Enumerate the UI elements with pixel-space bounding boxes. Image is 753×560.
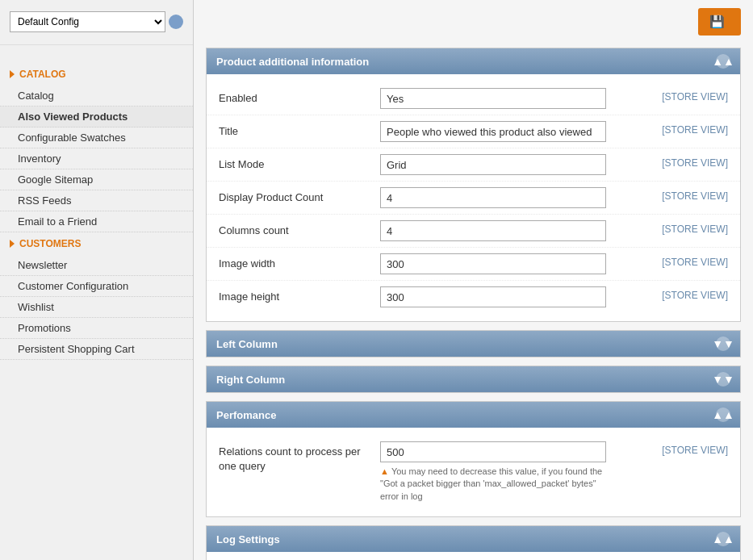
field-label: Relations count to process per one query xyxy=(219,441,380,474)
sidebar-section-catalog[interactable]: CATALOG xyxy=(0,63,193,86)
collapse-icon-performance: ▲ xyxy=(716,407,730,422)
scope-badge: [STORE VIEW] xyxy=(662,121,728,136)
scope-badge: [STORE VIEW] xyxy=(662,154,728,169)
field-input-performance-0[interactable] xyxy=(380,441,606,462)
scope-badge: [STORE VIEW] xyxy=(662,220,728,235)
form-row: Columns count[STORE VIEW] xyxy=(207,215,740,248)
field-label: Image width xyxy=(219,253,380,271)
sidebar-item-catalog[interactable]: Catalog xyxy=(0,86,193,107)
sidebar-title xyxy=(0,45,193,63)
field-label: Title xyxy=(219,121,380,139)
section-title-log-settings: Log Settings xyxy=(216,533,280,545)
section-title-right-column: Right Column xyxy=(216,374,285,386)
field-note: ▲You may need to decrease this value, if… xyxy=(380,466,606,503)
main-content: 💾 Product additional information ▲ Enabl… xyxy=(194,0,753,560)
sidebar: Default Config CATALOGCatalogAlso Viewed… xyxy=(0,0,194,560)
field-input-product-additional-5[interactable] xyxy=(380,253,606,274)
collapse-icon-product-additional: ▲ xyxy=(716,54,730,69)
form-row: Image width[STORE VIEW] xyxy=(207,248,740,281)
sidebar-item-also-viewed[interactable]: Also Viewed Products xyxy=(0,107,193,127)
field-wrapper: ▲You may need to decrease this value, if… xyxy=(380,441,654,503)
section-title-left-column: Left Column xyxy=(216,338,278,350)
section-header-right-column[interactable]: Right Column ▼ xyxy=(207,366,740,392)
sidebar-item-newsletter[interactable]: Newsletter xyxy=(0,255,193,276)
scope-badge: [STORE VIEW] xyxy=(662,441,728,456)
field-wrapper xyxy=(380,121,654,142)
field-wrapper xyxy=(380,220,654,241)
section-performance: Perfomance ▲ Relations count to process … xyxy=(206,401,741,517)
sidebar-item-wishlist[interactable]: Wishlist xyxy=(0,297,193,318)
sidebar-item-email-friend[interactable]: Email to a Friend xyxy=(0,211,193,232)
field-label: Columns count xyxy=(219,220,380,238)
form-row: Display Product Count[STORE VIEW] xyxy=(207,182,740,215)
section-header-performance[interactable]: Perfomance ▲ xyxy=(207,402,740,428)
form-row: Enabled[STORE VIEW] xyxy=(207,82,740,115)
section-body-log-settings: Ignore crawlers[GLOBAL]Crawler's user ag… xyxy=(207,552,740,560)
section-header-product-additional[interactable]: Product additional information ▲ xyxy=(207,48,740,74)
form-row: List Mode[STORE VIEW] xyxy=(207,148,740,182)
section-title-product-additional: Product additional information xyxy=(216,56,369,68)
scope-select[interactable]: Default Config xyxy=(10,11,165,32)
warning-icon: ▲ xyxy=(380,466,389,476)
sidebar-section-customers[interactable]: CUSTOMERS xyxy=(0,232,193,255)
field-label: Image height xyxy=(219,286,380,304)
field-wrapper xyxy=(380,88,654,109)
field-wrapper xyxy=(380,154,654,175)
section-right-column: Right Column ▼ xyxy=(206,366,741,393)
field-wrapper xyxy=(380,286,654,307)
collapse-icon-left-column: ▼ xyxy=(716,336,730,351)
section-product-additional: Product additional information ▲ Enabled… xyxy=(206,48,741,322)
section-header-log-settings[interactable]: Log Settings ▲ xyxy=(207,526,740,552)
field-label: Display Product Count xyxy=(219,187,380,205)
field-input-product-additional-6[interactable] xyxy=(380,286,606,307)
help-icon[interactable] xyxy=(169,15,183,29)
sidebar-item-promotions[interactable]: Promotions xyxy=(0,318,193,339)
collapse-icon-log-settings: ▲ xyxy=(716,532,730,546)
scope-badge: [STORE VIEW] xyxy=(662,88,728,102)
sidebar-item-inventory[interactable]: Inventory xyxy=(0,148,193,169)
collapse-icon-right-column: ▼ xyxy=(716,372,730,387)
field-wrapper xyxy=(380,187,654,208)
scope-badge: [STORE VIEW] xyxy=(662,253,728,268)
sidebar-item-configurable-swatches[interactable]: Configurable Swatches xyxy=(0,127,193,148)
arrow-icon xyxy=(10,70,15,78)
section-log-settings: Log Settings ▲ Ignore crawlers[GLOBAL]Cr… xyxy=(206,525,741,560)
section-header-left-column[interactable]: Left Column ▼ xyxy=(207,331,740,357)
sidebar-item-google-sitemap[interactable]: Google Sitemap xyxy=(0,169,193,190)
sidebar-item-customer-config[interactable]: Customer Configuration xyxy=(0,276,193,297)
section-body-performance: Relations count to process per one query… xyxy=(207,428,740,516)
field-input-product-additional-4[interactable] xyxy=(380,220,606,241)
field-label: Enabled xyxy=(219,88,380,106)
main-topbar: 💾 xyxy=(206,8,741,36)
section-left-column: Left Column ▼ xyxy=(206,330,741,357)
field-input-product-additional-3[interactable] xyxy=(380,187,606,208)
save-config-button[interactable]: 💾 xyxy=(698,8,741,36)
sidebar-item-rss-feeds[interactable]: RSS Feeds xyxy=(0,190,193,211)
section-title-performance: Perfomance xyxy=(216,409,276,421)
section-body-product-additional: Enabled[STORE VIEW]Title[STORE VIEW]List… xyxy=(207,74,740,321)
field-input-product-additional-0[interactable] xyxy=(380,88,606,109)
field-wrapper xyxy=(380,253,654,274)
form-row: Title[STORE VIEW] xyxy=(207,115,740,148)
scope-selector: Default Config xyxy=(0,0,193,45)
sidebar-item-persistent-cart[interactable]: Persistent Shopping Cart xyxy=(0,339,193,360)
form-row: Relations count to process per one query… xyxy=(207,436,740,508)
form-row: Image height[STORE VIEW] xyxy=(207,281,740,313)
arrow-icon xyxy=(10,240,15,248)
save-icon: 💾 xyxy=(709,15,725,29)
scope-badge: [STORE VIEW] xyxy=(662,286,728,301)
scope-badge: [STORE VIEW] xyxy=(662,187,728,202)
field-input-product-additional-2[interactable] xyxy=(380,154,606,175)
field-input-product-additional-1[interactable] xyxy=(380,121,606,142)
field-label: List Mode xyxy=(219,154,380,172)
